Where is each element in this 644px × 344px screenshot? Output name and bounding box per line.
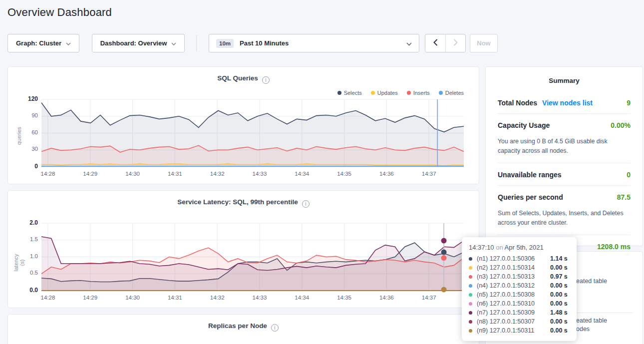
node-dot-icon: [469, 266, 472, 270]
tooltip-node-row: (n7) 127.0.0.1:503091.48 s: [469, 308, 570, 317]
node-latency-value: 0.00 s: [550, 318, 568, 325]
x-axis-tick: 14:37: [417, 171, 441, 177]
chevron-right-icon: [453, 39, 458, 48]
y-axis-tick: 0: [22, 163, 38, 170]
chart-tooltip: 14:37:10 on Apr 5th, 2021 (n1) 127.0.0.1…: [462, 237, 577, 341]
x-axis-tick: 14:34: [290, 295, 314, 301]
event-text-fragment: eated table: [576, 278, 607, 285]
x-axis-tick: 14:34: [290, 171, 314, 177]
service-latency-chart[interactable]: [41, 223, 464, 291]
total-nodes-row: Total Nodes View nodes list 9: [498, 91, 631, 113]
sql-queries-chart[interactable]: [41, 99, 464, 167]
y-axis-tick: 120: [22, 95, 38, 102]
info-icon[interactable]: i: [302, 200, 310, 208]
node-address: (n2) 127.0.0.1:50314: [477, 264, 550, 271]
tooltip-node-row: (n9) 127.0.0.1:503110.00 s: [469, 326, 570, 335]
y-axis-tick: 2.0: [22, 219, 38, 226]
node-dot-icon: [469, 302, 472, 306]
chevron-down-icon: [171, 39, 176, 47]
tooltip-node-row: (n4) 127.0.0.1:503120.00 s: [469, 281, 570, 290]
node-latency-value: 0.00 s: [550, 264, 568, 271]
node-address: (n9) 127.0.0.1:50311: [477, 327, 550, 334]
x-axis-tick: 14:32: [205, 171, 229, 177]
node-address: (n4) 127.0.0.1:50312: [477, 282, 550, 289]
chevron-down-icon: [66, 39, 71, 47]
tooltip-node-row: (n6) 127.0.0.1:503100.00 s: [469, 299, 570, 308]
node-address: (n3) 127.0.0.1:50313: [477, 273, 550, 280]
queries-per-second-label: Queries per second: [498, 193, 563, 201]
summary-title: Summary: [498, 67, 631, 84]
x-axis-tick: 14:28: [36, 295, 60, 301]
chevron-down-icon: [406, 39, 412, 48]
x-axis-tick: 14:29: [78, 295, 102, 301]
dashboard-dropdown[interactable]: Dashboard: Overview: [92, 34, 185, 52]
node-address: (n1) 127.0.0.1:50306: [477, 255, 550, 262]
x-axis-tick: 14:36: [374, 171, 398, 177]
x-axis-tick: 14:36: [374, 295, 398, 301]
graph-dropdown-label: Graph: Cluster: [16, 39, 61, 47]
sql-queries-panel: SQL Queriesi Selects Updates Inserts Del…: [7, 66, 479, 184]
node-dot-icon: [469, 275, 472, 279]
node-address: (n6) 127.0.0.1:50310: [477, 300, 550, 307]
node-latency-value: 0.97 s: [550, 273, 568, 280]
x-axis-tick: 14:29: [78, 171, 102, 177]
node-latency-value: 0.00 s: [550, 327, 568, 334]
x-axis-tick: 14:33: [248, 171, 272, 177]
info-icon[interactable]: i: [271, 324, 279, 332]
y-axis-tick: 1.0: [22, 253, 38, 259]
node-dot-icon: [469, 320, 472, 324]
queries-per-second-row: Queries per second 87.5: [498, 185, 631, 208]
replicas-per-node-title: Replicas per Nodei: [8, 315, 479, 332]
service-latency-title: Service Latency: SQL, 99th percentilei: [8, 191, 479, 208]
unavailable-ranges-row: Unavailable ranges 0: [498, 163, 631, 185]
prev-time-button[interactable]: [425, 34, 445, 52]
x-axis-tick: 14:37: [417, 295, 441, 301]
node-latency-value: 0.00 s: [550, 282, 568, 289]
next-time-button[interactable]: [445, 34, 465, 52]
time-range-label: Past 10 Minutes: [240, 39, 400, 47]
capacity-usage-description: You are using 0 B of 4.5 GiB usable disk…: [498, 136, 631, 163]
x-axis-tick: 14:30: [121, 171, 145, 177]
tooltip-node-row: (n1) 127.0.0.1:503061.14 s: [469, 254, 570, 263]
x-axis-tick: 14:28: [36, 171, 60, 177]
capacity-usage-row: Capacity Usage 0.00%: [498, 113, 631, 136]
y-axis-tick: 0.5: [22, 270, 38, 276]
total-nodes-label: Total Nodes: [498, 99, 537, 107]
tooltip-node-row: (n8) 127.0.0.1:503070.00 s: [469, 317, 570, 326]
time-range-badge: 10m: [216, 39, 234, 48]
y-axis-tick: 30: [22, 146, 38, 152]
service-latency-panel: Service Latency: SQL, 99th percentilei l…: [7, 190, 479, 308]
x-axis-tick: 14:32: [205, 295, 229, 301]
node-dot-icon: [469, 293, 472, 297]
node-address: (n5) 127.0.0.1:50308: [477, 291, 550, 298]
graph-dropdown[interactable]: Graph: Cluster: [7, 34, 79, 52]
x-axis-tick: 14:30: [121, 295, 145, 301]
sql-queries-title: SQL Queriesi: [8, 67, 479, 84]
tooltip-node-row: (n2) 127.0.0.1:503140.00 s: [469, 263, 570, 272]
unavailable-ranges-value: 0: [627, 171, 631, 179]
y-axis-tick: 1.5: [22, 236, 38, 242]
sql-queries-chart-zone: queries 14:2814:2914:3014:3114:3214:3314…: [8, 94, 479, 184]
node-address: (n8) 127.0.0.1:50307: [477, 318, 550, 325]
queries-per-second-value: 87.5: [617, 193, 631, 201]
node-dot-icon: [469, 284, 472, 288]
capacity-usage-label: Capacity Usage: [498, 121, 550, 129]
capacity-usage-value: 0.00%: [611, 121, 631, 129]
node-dot-icon: [469, 329, 472, 333]
event-text-fragment: eated table: [576, 317, 607, 324]
info-icon[interactable]: i: [262, 76, 270, 84]
p99-latency-value: 1208.0 ms: [597, 243, 631, 251]
time-nav-group: [425, 34, 466, 52]
page-title: Overview Dashboard: [7, 6, 112, 19]
node-latency-value: 0.00 s: [550, 300, 568, 307]
tooltip-timestamp: 14:37:10 on Apr 5th, 2021: [469, 244, 570, 251]
node-dot-icon: [469, 311, 472, 315]
x-axis-tick: 14:31: [163, 171, 187, 177]
node-latency-value: 1.14 s: [550, 255, 568, 262]
tooltip-node-row: (n5) 127.0.0.1:503080.00 s: [469, 290, 570, 299]
y-axis-tick: 60: [22, 129, 38, 135]
view-nodes-list-link[interactable]: View nodes list: [542, 99, 593, 107]
chevron-left-icon: [433, 39, 438, 48]
time-range-dropdown[interactable]: 10m Past 10 Minutes: [209, 34, 419, 52]
now-button[interactable]: Now: [470, 34, 498, 52]
